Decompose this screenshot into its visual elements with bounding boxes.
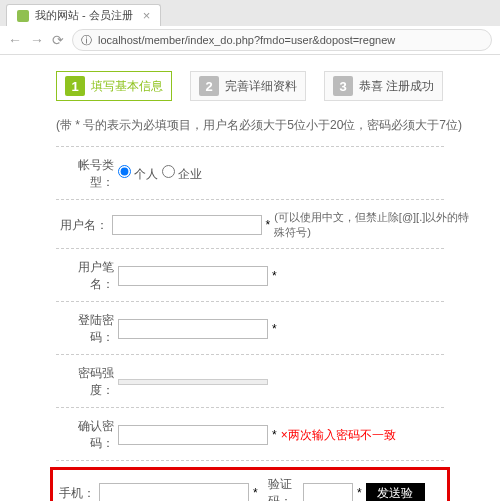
forward-icon[interactable]: → [30,32,44,48]
password-label: 登陆密码： [56,312,118,346]
account-type-personal[interactable]: 个人 [118,165,158,183]
step-2: 2完善详细资料 [190,71,306,101]
step-1-label: 填写基本信息 [91,78,163,95]
phone-input[interactable] [99,483,249,501]
url-text: localhost/member/index_do.php?fmdo=user&… [98,34,395,46]
step-3-label: 恭喜 注册成功 [359,78,434,95]
nickname-row: 用户笔名： * [0,255,500,297]
username-label: 用户名： [56,217,112,234]
nickname-input[interactable] [118,266,268,286]
account-type-label: 帐号类型： [56,157,118,191]
username-input[interactable] [112,215,262,235]
confirm-label: 确认密码： [56,418,118,452]
divider [56,248,444,249]
info-icon: ⓘ [81,33,92,48]
divider [56,354,444,355]
account-type-row: 帐号类型： 个人 企业 [0,153,500,195]
step-3: 3恭喜 注册成功 [324,71,443,101]
divider [56,146,444,147]
required-star: * [268,269,281,283]
divider [56,407,444,408]
step-1: 1填写基本信息 [56,71,172,101]
sms-code-input[interactable] [303,483,353,501]
sms-code-label: 验证码： [268,476,303,501]
tab-title: 我的网站 - 会员注册 [35,8,133,23]
phone-highlight: 手机： * 验证码： * 发送验证码 [50,467,450,501]
account-type-company[interactable]: 企业 [162,165,202,183]
step-3-num: 3 [333,76,353,96]
browser-tab-bar: 我的网站 - 会员注册 × [0,0,500,26]
password-row: 登陆密码： * [0,308,500,350]
divider [56,301,444,302]
reload-icon[interactable]: ⟳ [52,32,64,48]
radio-personal[interactable] [118,165,131,178]
required-star: * [249,486,262,500]
send-code-button[interactable]: 发送验证码 [366,483,425,501]
password-input[interactable] [118,319,268,339]
radio-company[interactable] [162,165,175,178]
phone-label: 手机： [59,485,99,502]
step-indicator: 1填写基本信息 2完善详细资料 3恭喜 注册成功 [0,65,500,111]
step-2-label: 完善详细资料 [225,78,297,95]
nickname-label: 用户笔名： [56,259,118,293]
strength-meter [118,379,268,385]
required-star: * [353,486,366,500]
required-star: * [262,218,275,232]
required-star: * [268,322,281,336]
form-note: (带 * 号的表示为必填项目，用户名必须大于5位小于20位，密码必须大于7位) [0,111,500,142]
confirm-row: 确认密码： * ×两次输入密码不一致 [0,414,500,456]
divider [56,199,444,200]
divider [56,460,444,461]
step-1-num: 1 [65,76,85,96]
browser-tab[interactable]: 我的网站 - 会员注册 × [6,4,161,26]
close-tab-icon[interactable]: × [143,8,151,23]
step-2-num: 2 [199,76,219,96]
back-icon[interactable]: ← [8,32,22,48]
strength-row: 密码强度： [0,361,500,403]
phone-row: 手机： * 验证码： * 发送验证码 [55,472,445,501]
username-hint: (可以使用中文，但禁止除[@][.]以外的特殊符号) [274,210,480,240]
confirm-input[interactable] [118,425,268,445]
username-row: 用户名： * (可以使用中文，但禁止除[@][.]以外的特殊符号) [0,206,500,244]
confirm-error: ×两次输入密码不一致 [281,427,396,444]
favicon-icon [17,10,29,22]
required-star: * [268,428,281,442]
strength-label: 密码强度： [56,365,118,399]
url-field[interactable]: ⓘ localhost/member/index_do.php?fmdo=use… [72,29,492,51]
address-bar: ← → ⟳ ⓘ localhost/member/index_do.php?fm… [0,26,500,54]
